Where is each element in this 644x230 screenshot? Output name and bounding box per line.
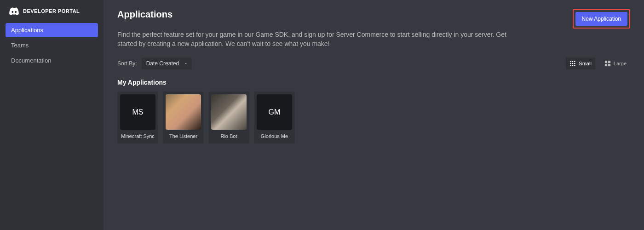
controls-row: Sort By: Date Created Small Lar (117, 58, 630, 69)
svg-rect-10 (608, 61, 610, 63)
sidebar-title: DEVELOPER PORTAL (23, 8, 80, 14)
highlight-annotation: New Application (573, 9, 630, 29)
app-name: Minecraft Sync (121, 133, 155, 139)
svg-point-4 (572, 63, 574, 64)
svg-point-3 (570, 63, 572, 64)
discord-logo-icon (9, 7, 19, 15)
section-title: My Applications (117, 79, 630, 86)
grid-large-icon (604, 60, 611, 67)
sidebar-item-applications[interactable]: Applications (6, 23, 98, 37)
svg-point-6 (570, 65, 572, 66)
app-name: Rio Bot (220, 133, 237, 139)
view-toggle-label: Large (614, 61, 627, 66)
grid-small-icon (569, 60, 576, 67)
app-name: Glorious Me (261, 133, 288, 139)
new-application-button[interactable]: New Application (575, 12, 627, 26)
page-description: Find the perfect feature set for your ga… (117, 30, 518, 48)
sort-label: Sort By: (117, 60, 137, 67)
app-card[interactable]: Rio Bot (208, 92, 249, 144)
svg-point-0 (570, 61, 572, 63)
app-thumbnail (166, 94, 201, 130)
app-thumbnail: MS (120, 94, 155, 130)
svg-point-2 (574, 61, 575, 63)
chevron-down-icon (184, 61, 188, 66)
svg-point-1 (572, 61, 574, 63)
view-toggles: Small Large (566, 58, 630, 69)
app-grid: MS Minecraft Sync The Listener Rio Bot G… (117, 92, 630, 144)
view-toggle-label: Small (579, 61, 592, 66)
sidebar-item-label: Teams (11, 42, 29, 49)
app-card[interactable]: The Listener (163, 92, 204, 144)
main-header: Applications New Application (117, 9, 630, 29)
main-content: Applications New Application Find the pe… (104, 0, 644, 230)
sidebar-nav: Applications Teams Documentation (0, 23, 104, 68)
sidebar-item-label: Applications (11, 27, 43, 34)
sort-select[interactable]: Date Created (142, 58, 192, 69)
svg-rect-12 (608, 64, 610, 66)
app-card[interactable]: MS Minecraft Sync (117, 92, 158, 144)
svg-point-8 (574, 65, 575, 66)
sidebar-item-label: Documentation (11, 57, 51, 64)
svg-rect-11 (605, 64, 607, 66)
view-toggle-large[interactable]: Large (601, 58, 630, 69)
app-thumbnail (211, 94, 247, 130)
page-title: Applications (117, 9, 172, 20)
view-toggle-small[interactable]: Small (566, 58, 595, 69)
sidebar-item-documentation[interactable]: Documentation (6, 53, 98, 68)
svg-rect-9 (605, 61, 607, 63)
svg-point-7 (572, 65, 574, 66)
app-name: The Listener (169, 133, 197, 139)
sort-value: Date Created (146, 60, 179, 67)
sidebar: DEVELOPER PORTAL Applications Teams Docu… (0, 0, 104, 230)
svg-point-5 (574, 63, 575, 64)
app-card[interactable]: GM Glorious Me (254, 92, 295, 144)
sort-group: Sort By: Date Created (117, 58, 192, 69)
app-thumbnail: GM (257, 94, 292, 130)
sidebar-item-teams[interactable]: Teams (6, 38, 98, 52)
sidebar-header: DEVELOPER PORTAL (0, 7, 104, 15)
